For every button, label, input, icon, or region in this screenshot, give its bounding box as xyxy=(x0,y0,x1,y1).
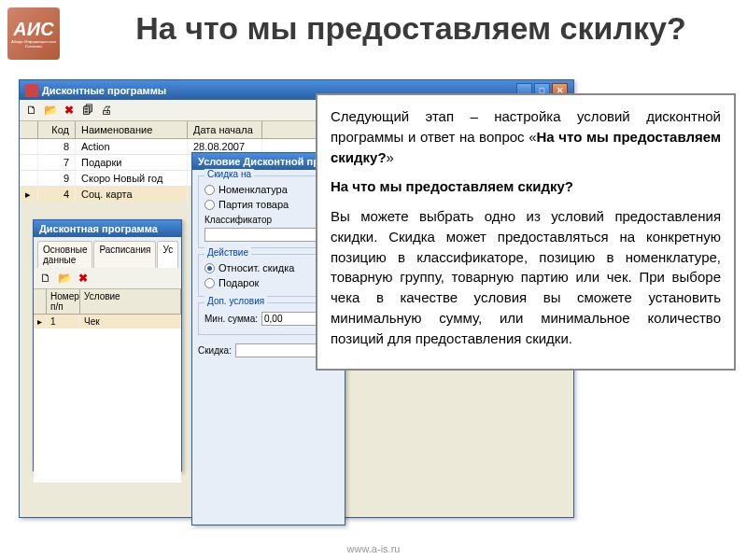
logo-subtext: Абакус Информационные Системы xyxy=(7,40,60,49)
radio-batch[interactable]: Партия товара xyxy=(204,197,332,212)
window-title: Условие Дисконтной про xyxy=(198,156,326,167)
explain-p3: Вы можете выбрать одно из условий предос… xyxy=(331,206,721,348)
window-title: Дисконтные программы xyxy=(42,85,166,96)
group-title: Скидка на xyxy=(204,169,254,179)
group-title: Действие xyxy=(204,247,251,258)
col-date[interactable]: Дата начала xyxy=(188,121,262,138)
radio-relative-discount[interactable]: Относит. скидка xyxy=(204,260,332,275)
explanation-box: Следующий этап – настройка условий диско… xyxy=(316,93,736,371)
logo-text: АИС xyxy=(13,19,53,40)
open-icon[interactable]: 📂 xyxy=(57,271,72,286)
window-title: Дисконтная программа xyxy=(39,223,158,234)
classifier-field: Классификатор xyxy=(204,212,332,228)
col-name[interactable]: Наименование xyxy=(76,121,188,138)
sub-grid-body: ▸1Чек xyxy=(34,315,181,483)
footer-url: www.a-is.ru xyxy=(0,543,747,554)
open-icon[interactable]: 📂 xyxy=(43,103,58,118)
window-discount-program: Дисконтная программа Основные данные Рас… xyxy=(33,219,182,471)
explain-p2: На что мы предоставляем скидку? xyxy=(331,176,721,197)
col-code[interactable]: Код xyxy=(38,121,76,138)
tabs: Основные данные Расписания Ус xyxy=(34,237,181,268)
classifier-input[interactable] xyxy=(204,228,332,242)
app-icon xyxy=(25,84,38,97)
save-icon[interactable]: 🗐 xyxy=(80,103,95,118)
delete-icon[interactable]: ✖ xyxy=(62,103,77,118)
slide-title: На что мы предоставляем скилку? xyxy=(93,11,728,46)
print-icon[interactable]: 🖨 xyxy=(99,103,114,118)
min-sum-field: Мин. сумма: xyxy=(204,309,332,329)
radio-gift[interactable]: Подарок xyxy=(204,275,332,290)
sub-grid-header: Номер п/п Условие xyxy=(34,289,181,315)
col-marker[interactable] xyxy=(20,121,38,138)
explain-p1: Следующий этап – настройка условий диско… xyxy=(331,106,721,167)
toolbar-sub: 🗋 📂 ✖ xyxy=(34,268,181,289)
tab-schedules[interactable]: Расписания xyxy=(93,241,156,268)
col-condition[interactable]: Условие xyxy=(80,289,181,314)
titlebar-sub[interactable]: Дисконтная программа xyxy=(34,220,181,237)
delete-icon[interactable]: ✖ xyxy=(76,271,91,286)
tab-conditions[interactable]: Ус xyxy=(157,241,178,268)
group-title: Доп. условия xyxy=(204,296,267,306)
new-icon[interactable]: 🗋 xyxy=(38,271,53,286)
col-number[interactable]: Номер п/п xyxy=(47,289,80,314)
ais-logo: АИС Абакус Информационные Системы xyxy=(7,7,60,60)
new-icon[interactable]: 🗋 xyxy=(24,103,39,118)
radio-nomenclature[interactable]: Номенклатура xyxy=(204,182,332,197)
tab-main-data[interactable]: Основные данные xyxy=(37,241,92,268)
table-row[interactable]: ▸1Чек xyxy=(34,315,181,329)
